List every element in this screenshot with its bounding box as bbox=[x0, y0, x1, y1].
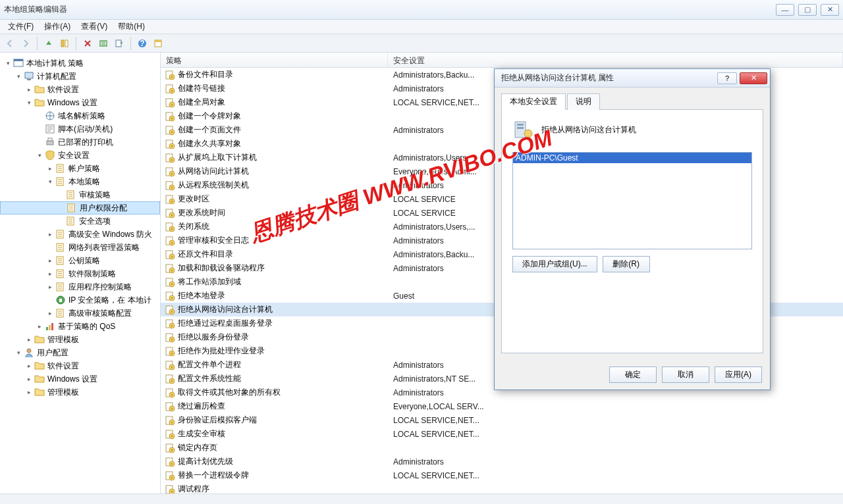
tree-node[interactable]: 安全选项 bbox=[0, 214, 160, 228]
properties-button[interactable] bbox=[151, 36, 165, 51]
dialog-close-button[interactable]: ✕ bbox=[740, 72, 767, 84]
tree-node[interactable]: 审核策略 bbox=[0, 188, 160, 201]
column-policy[interactable]: 策略 bbox=[161, 53, 388, 67]
expander-icon[interactable] bbox=[36, 112, 43, 120]
list-row[interactable]: 生成安全审核LOCAL SERVICE,NET... bbox=[161, 427, 843, 441]
tree-node[interactable]: ▾Windows 设置 bbox=[0, 96, 160, 109]
expander-icon[interactable]: ▸ bbox=[46, 309, 54, 317]
tab-explain[interactable]: 说明 bbox=[567, 93, 600, 110]
forward-button[interactable] bbox=[18, 36, 33, 51]
tree-node[interactable]: ▾计算机配置 bbox=[0, 70, 160, 83]
policy-name: 更改时区 bbox=[178, 193, 209, 205]
tree-node[interactable]: ▸公钥策略 bbox=[0, 254, 160, 267]
column-security-setting[interactable]: 安全设置 bbox=[388, 53, 843, 67]
expander-icon[interactable]: ▸ bbox=[46, 283, 54, 291]
expander-icon[interactable] bbox=[46, 243, 54, 251]
svg-rect-27 bbox=[59, 299, 62, 302]
expander-icon[interactable] bbox=[36, 138, 43, 146]
tab-local-security-setting[interactable]: 本地安全设置 bbox=[501, 93, 566, 110]
remove-button[interactable]: 删除(R) bbox=[603, 256, 650, 272]
tree-node-label: 用户配置 bbox=[37, 347, 68, 359]
expander-icon[interactable]: ▾ bbox=[46, 178, 54, 186]
expander-icon[interactable] bbox=[57, 204, 65, 212]
menu-view[interactable]: 查看(V) bbox=[76, 20, 113, 34]
users-listbox[interactable]: ADMIN-PC\Guest bbox=[512, 152, 752, 249]
close-button[interactable]: ✕ bbox=[821, 4, 839, 16]
delete-button[interactable] bbox=[80, 36, 95, 51]
list-row[interactable]: 调试程序 bbox=[161, 482, 843, 493]
tree-node[interactable]: ▸管理模板 bbox=[0, 386, 160, 399]
expander-icon[interactable]: ▸ bbox=[36, 322, 43, 330]
up-button[interactable] bbox=[41, 36, 56, 51]
expander-icon[interactable] bbox=[57, 191, 65, 199]
tree-node-label: 脚本(启动/关机) bbox=[58, 124, 113, 135]
expander-icon[interactable]: ▸ bbox=[46, 230, 54, 238]
export-button[interactable] bbox=[112, 36, 126, 51]
tree-node[interactable]: IP 安全策略，在 本地计 bbox=[0, 293, 160, 307]
tree-node[interactable]: ▸高级安全 Windows 防火 bbox=[0, 228, 160, 241]
cancel-button[interactable]: 取消 bbox=[662, 366, 709, 383]
tree-node[interactable]: 脚本(启动/关机) bbox=[0, 122, 160, 136]
list-row[interactable]: 替换一个进程级令牌LOCAL SERVICE,NET... bbox=[161, 468, 843, 482]
qos-icon bbox=[45, 321, 55, 332]
add-user-or-group-button[interactable]: 添加用户或组(U)... bbox=[512, 256, 597, 272]
expander-icon[interactable] bbox=[36, 125, 43, 133]
list-row[interactable]: 提高计划优先级Administrators bbox=[161, 455, 843, 468]
menu-help[interactable]: 帮助(H) bbox=[113, 20, 150, 34]
apply-button[interactable]: 应用(A) bbox=[715, 366, 762, 383]
expander-icon[interactable]: ▾ bbox=[25, 99, 33, 107]
policy-name: 取得文件或其他对象的所有权 bbox=[178, 387, 281, 398]
expander-icon[interactable]: ▸ bbox=[25, 86, 33, 93]
expander-icon[interactable]: ▾ bbox=[14, 349, 22, 357]
dialog-titlebar[interactable]: 拒绝从网络访问这台计算机 属性 ? ✕ bbox=[495, 69, 770, 88]
dialog-footer: 确定 取消 应用(A) bbox=[495, 360, 770, 390]
tree-node[interactable]: ▸Windows 设置 bbox=[0, 372, 160, 386]
back-button[interactable] bbox=[3, 36, 17, 51]
tree-node[interactable]: ▸帐户策略 bbox=[0, 162, 160, 175]
expander-icon[interactable]: ▸ bbox=[25, 362, 33, 370]
policy-name: 替换一个进程级令牌 bbox=[178, 470, 249, 481]
tree-node[interactable]: ▸管理模板 bbox=[0, 333, 160, 346]
tree-node[interactable]: ▾用户配置 bbox=[0, 346, 160, 359]
policy-name: 从扩展坞上取下计算机 bbox=[178, 152, 257, 163]
expander-icon[interactable]: ▾ bbox=[14, 72, 22, 80]
tree-node[interactable]: ▸软件设置 bbox=[0, 359, 160, 372]
maximize-button[interactable]: ▢ bbox=[798, 4, 817, 16]
tree-node[interactable]: ▸应用程序控制策略 bbox=[0, 280, 160, 293]
tree-node[interactable]: ▸软件限制策略 bbox=[0, 267, 160, 280]
dialog-help-button[interactable]: ? bbox=[717, 72, 737, 84]
tree-node[interactable]: 已部署的打印机 bbox=[0, 136, 160, 149]
list-row[interactable]: 锁定内存页 bbox=[161, 441, 843, 455]
tree-node[interactable]: ▸软件设置 bbox=[0, 83, 160, 96]
menu-action[interactable]: 操作(A) bbox=[39, 20, 76, 34]
list-row[interactable]: 身份验证后模拟客户端LOCAL SERVICE,NET... bbox=[161, 413, 843, 427]
tree-node[interactable]: 域名解析策略 bbox=[0, 109, 160, 122]
tree-node[interactable]: 用户权限分配 bbox=[0, 201, 160, 214]
ok-button[interactable]: 确定 bbox=[609, 366, 657, 383]
list-row[interactable]: 绕过遍历检查Everyone,LOCAL SERV... bbox=[161, 399, 843, 413]
expander-icon[interactable]: ▾ bbox=[4, 59, 12, 67]
menu-file[interactable]: 文件(F) bbox=[3, 20, 39, 34]
expander-icon[interactable]: ▸ bbox=[46, 164, 54, 172]
tree-node[interactable]: ▸基于策略的 QoS bbox=[0, 320, 160, 333]
listbox-item[interactable]: ADMIN-PC\Guest bbox=[513, 153, 751, 163]
expander-icon[interactable] bbox=[46, 296, 54, 304]
expander-icon[interactable]: ▸ bbox=[25, 388, 33, 396]
expander-icon[interactable]: ▸ bbox=[25, 336, 33, 343]
show-hide-tree-button[interactable] bbox=[57, 36, 72, 51]
tree-node[interactable]: 网络列表管理器策略 bbox=[0, 241, 160, 254]
help-button[interactable]: ? bbox=[135, 36, 150, 51]
expander-icon[interactable]: ▾ bbox=[36, 151, 43, 159]
svg-point-68 bbox=[171, 228, 173, 230]
refresh-button[interactable] bbox=[96, 36, 111, 51]
expander-icon[interactable]: ▸ bbox=[46, 257, 54, 265]
expander-icon[interactable] bbox=[57, 217, 65, 225]
tree-node[interactable]: ▾本地计算机 策略 bbox=[0, 57, 160, 70]
minimize-button[interactable]: — bbox=[776, 4, 794, 16]
expander-icon[interactable]: ▸ bbox=[25, 375, 33, 383]
tree-node[interactable]: ▸高级审核策略配置 bbox=[0, 307, 160, 320]
tree-node[interactable]: ▾安全设置 bbox=[0, 149, 160, 162]
expander-icon[interactable]: ▸ bbox=[46, 270, 54, 278]
tree-node[interactable]: ▾本地策略 bbox=[0, 175, 160, 188]
tree-node-label: 管理模板 bbox=[47, 387, 79, 398]
